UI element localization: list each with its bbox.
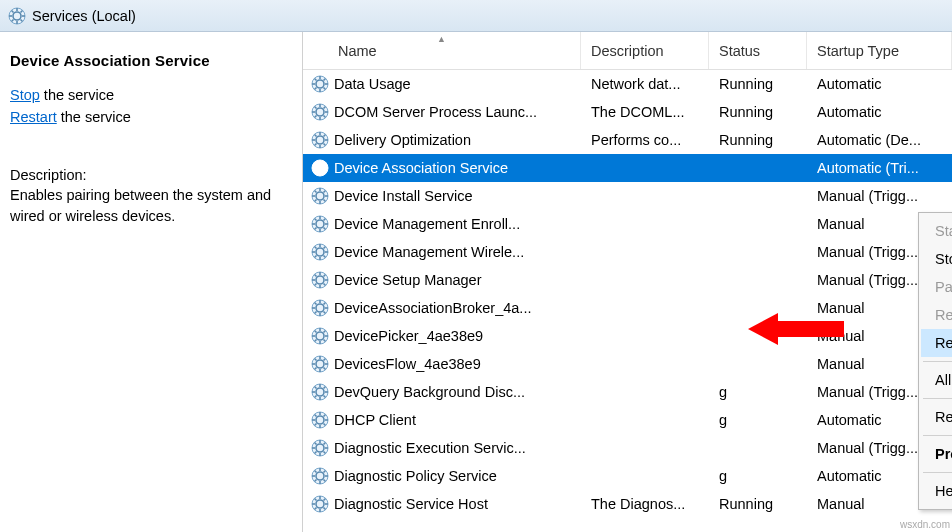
description-label: Description:: [10, 165, 292, 185]
service-row[interactable]: Device Management Wirele...Manual (Trigg…: [303, 238, 952, 266]
ctx-stop[interactable]: Stop: [921, 245, 952, 273]
service-name: Diagnostic Policy Service: [334, 468, 497, 484]
service-row[interactable]: DHCP ClientgAutomatic: [303, 406, 952, 434]
column-status[interactable]: Status: [709, 32, 807, 69]
gear-icon: [311, 159, 329, 177]
service-name: DevicesFlow_4ae38e9: [334, 356, 481, 372]
service-name: Data Usage: [334, 76, 411, 92]
service-name: DevicePicker_4ae38e9: [334, 328, 483, 344]
context-menu: Start Stop Pause Resume Restart All Task…: [918, 212, 952, 510]
service-name: DeviceAssociationBroker_4a...: [334, 300, 531, 316]
gear-icon: [311, 131, 329, 149]
service-name: Device Association Service: [334, 160, 508, 176]
gear-icon: [311, 439, 329, 457]
service-startup: Manual (Trigg...: [807, 188, 952, 204]
services-icon: [8, 7, 26, 25]
service-name: Delivery Optimization: [334, 132, 471, 148]
restart-link[interactable]: Restart: [10, 109, 57, 125]
ctx-refresh[interactable]: Refresh: [921, 403, 952, 431]
stop-link[interactable]: Stop: [10, 87, 40, 103]
gear-icon: [311, 187, 329, 205]
title-bar: Services (Local): [0, 0, 952, 32]
service-name: Device Management Enroll...: [334, 216, 520, 232]
service-name: DHCP Client: [334, 412, 416, 428]
service-name: Diagnostic Service Host: [334, 496, 488, 512]
service-row[interactable]: DeviceAssociationBroker_4a...Manual: [303, 294, 952, 322]
service-row[interactable]: Diagnostic Service HostThe Diagnos...Run…: [303, 490, 952, 518]
service-startup: Automatic (De...: [807, 132, 952, 148]
service-heading: Device Association Service: [10, 52, 292, 69]
service-row[interactable]: DevQuery Background Disc...gManual (Trig…: [303, 378, 952, 406]
service-startup: Automatic: [807, 76, 952, 92]
gear-icon: [311, 327, 329, 345]
service-name: Device Install Service: [334, 188, 473, 204]
service-name: DevQuery Background Disc...: [334, 384, 525, 400]
service-name: Diagnostic Execution Servic...: [334, 440, 526, 456]
service-status: Running: [709, 132, 807, 148]
gear-icon: [311, 271, 329, 289]
service-row[interactable]: Device Management Enroll...Manual: [303, 210, 952, 238]
gear-icon: [311, 243, 329, 261]
service-desc: The DCOML...: [581, 104, 709, 120]
window-title: Services (Local): [32, 8, 136, 24]
service-row[interactable]: Diagnostic Execution Servic...Manual (Tr…: [303, 434, 952, 462]
svg-marker-10: [748, 313, 844, 345]
column-headers: ▲Name Description Status Startup Type: [303, 32, 952, 70]
description-text: Enables pairing between the system and w…: [10, 185, 292, 226]
separator: [923, 472, 952, 473]
gear-icon: [311, 299, 329, 317]
column-startup[interactable]: Startup Type: [807, 32, 952, 69]
service-startup: Automatic: [807, 104, 952, 120]
gear-icon: [311, 495, 329, 513]
ctx-resume: Resume: [921, 301, 952, 329]
column-name[interactable]: ▲Name: [303, 32, 581, 69]
separator: [923, 398, 952, 399]
separator: [923, 435, 952, 436]
gear-icon: [311, 383, 329, 401]
service-status: g: [709, 384, 807, 400]
gear-icon: [311, 467, 329, 485]
watermark: wsxdn.com: [900, 519, 950, 530]
service-row[interactable]: Device Setup ManagerManual (Trigg...: [303, 266, 952, 294]
gear-icon: [311, 75, 329, 93]
service-row[interactable]: DevicesFlow_4ae38e9Manual: [303, 350, 952, 378]
service-name: Device Management Wirele...: [334, 244, 524, 260]
gear-icon: [311, 355, 329, 373]
service-desc: Performs co...: [581, 132, 709, 148]
service-row[interactable]: DCOM Server Process Launc...The DCOML...…: [303, 98, 952, 126]
service-desc: Network dat...: [581, 76, 709, 92]
ctx-help[interactable]: Help: [921, 477, 952, 505]
separator: [923, 361, 952, 362]
service-name: Device Setup Manager: [334, 272, 482, 288]
service-row[interactable]: Device Install ServiceManual (Trigg...: [303, 182, 952, 210]
annotation-arrow: [748, 309, 848, 349]
ctx-pause: Pause: [921, 273, 952, 301]
sort-arrow-icon: ▲: [437, 34, 446, 44]
service-name: DCOM Server Process Launc...: [334, 104, 537, 120]
ctx-all-tasks[interactable]: All Tasks▶: [921, 366, 952, 394]
gear-icon: [311, 411, 329, 429]
gear-icon: [311, 215, 329, 233]
service-row[interactable]: DevicePicker_4ae38e9Manual: [303, 322, 952, 350]
service-row[interactable]: Delivery OptimizationPerforms co...Runni…: [303, 126, 952, 154]
ctx-restart[interactable]: Restart: [921, 329, 952, 357]
ctx-start: Start: [921, 217, 952, 245]
service-row[interactable]: Device Association ServiceAutomatic (Tri…: [303, 154, 952, 182]
gear-icon: [311, 103, 329, 121]
services-list: ▲Name Description Status Startup Type Da…: [303, 32, 952, 532]
column-description[interactable]: Description: [581, 32, 709, 69]
service-status: Running: [709, 76, 807, 92]
service-status: g: [709, 468, 807, 484]
service-status: Running: [709, 496, 807, 512]
service-status: Running: [709, 104, 807, 120]
service-row[interactable]: Data UsageNetwork dat...RunningAutomatic: [303, 70, 952, 98]
service-status: g: [709, 412, 807, 428]
service-row[interactable]: Diagnostic Policy ServicegAutomatic: [303, 462, 952, 490]
service-startup: Automatic (Tri...: [807, 160, 952, 176]
details-pane: Device Association Service Stop the serv…: [0, 32, 303, 532]
ctx-properties[interactable]: Properties: [921, 440, 952, 468]
service-desc: The Diagnos...: [581, 496, 709, 512]
